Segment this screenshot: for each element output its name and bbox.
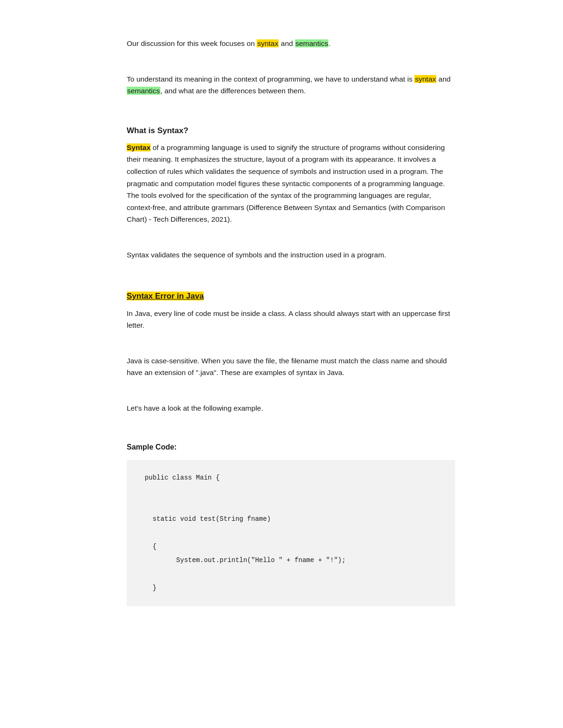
syntax-validates-paragraph: Syntax validates the sequence of symbols…: [127, 249, 455, 261]
spacer-2: [127, 107, 455, 120]
spacer-4: [127, 272, 455, 285]
syntax-error-java-section: Syntax Error in Java In Java, every line…: [127, 290, 455, 414]
syntax-highlight-2: syntax: [414, 75, 436, 83]
syntax-definition-text: of a programming language is used to sig…: [127, 143, 445, 223]
spacer-1: [127, 60, 455, 73]
intro-text-before-syntax: Our discussion for this week focuses on: [127, 39, 257, 47]
semantics-highlight-1: semantics: [295, 39, 329, 47]
intro-end-1: .: [328, 39, 330, 47]
java-case-sensitive-paragraph: Java is case-sensitive. When you save th…: [127, 355, 455, 379]
intro-and-1: and: [279, 39, 295, 47]
sample-code-label: Sample Code:: [127, 441, 455, 453]
intro-text-after-semantics2: , and what are the differences between t…: [160, 87, 306, 95]
code-block: public class Main { static void test(Str…: [127, 460, 455, 607]
syntax-error-heading-text: Syntax Error in Java: [127, 292, 204, 300]
syntax-error-java-heading: Syntax Error in Java: [127, 290, 455, 302]
syntax-bold-word: Syntax: [127, 143, 151, 151]
spacer-7: [127, 424, 455, 437]
semantics-highlight-2: semantics: [127, 87, 160, 95]
look-at-example-paragraph: Let's have a look at the following examp…: [127, 402, 455, 414]
intro-paragraph-2: To understand its meaning in the context…: [127, 73, 455, 97]
intro-and-2: and: [436, 75, 450, 83]
sample-code-section: Sample Code: public class Main { static …: [127, 441, 455, 606]
spacer-6: [127, 389, 455, 402]
syntax-highlight-1: syntax: [257, 39, 279, 47]
spacer-5: [127, 342, 455, 355]
syntax-definition-paragraph: Syntax of a programming language is used…: [127, 142, 455, 225]
java-class-paragraph: In Java, every line of code must be insi…: [127, 308, 455, 331]
page-container: Our discussion for this week focuses on …: [80, 0, 483, 644]
intro-text-before-syntax2: To understand its meaning in the context…: [127, 75, 414, 83]
intro-paragraph-1: Our discussion for this week focuses on …: [127, 38, 455, 50]
spacer-3: [127, 236, 455, 249]
what-is-syntax-section: What is Syntax? Syntax of a programming …: [127, 124, 455, 261]
what-is-syntax-heading: What is Syntax?: [127, 124, 455, 137]
